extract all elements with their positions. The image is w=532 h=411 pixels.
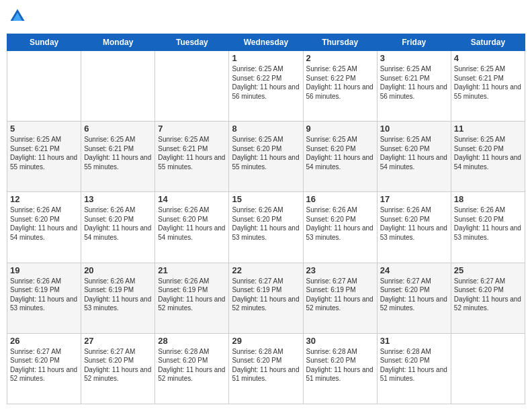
table-cell <box>155 51 229 122</box>
cell-info: Sunrise: 6:27 AM Sunset: 6:20 PM Dayligh… <box>84 347 152 383</box>
table-cell: 28Sunrise: 6:28 AM Sunset: 6:20 PM Dayli… <box>155 333 229 404</box>
table-cell: 18Sunrise: 6:26 AM Sunset: 6:20 PM Dayli… <box>451 192 525 263</box>
day-number: 21 <box>158 265 226 275</box>
table-cell: 14Sunrise: 6:26 AM Sunset: 6:20 PM Dayli… <box>155 192 229 263</box>
day-number: 24 <box>380 265 448 275</box>
day-number: 18 <box>454 194 522 204</box>
header <box>7 7 525 28</box>
col-sunday: Sunday <box>7 34 81 51</box>
day-number: 6 <box>84 124 152 134</box>
cell-info: Sunrise: 6:25 AM Sunset: 6:21 PM Dayligh… <box>10 135 78 171</box>
col-friday: Friday <box>377 34 451 51</box>
calendar-row: 5Sunrise: 6:25 AM Sunset: 6:21 PM Daylig… <box>7 122 525 192</box>
table-cell <box>7 51 81 122</box>
table-cell: 25Sunrise: 6:27 AM Sunset: 6:20 PM Dayli… <box>451 263 525 333</box>
cell-info: Sunrise: 6:27 AM Sunset: 6:20 PM Dayligh… <box>454 277 522 313</box>
day-number: 12 <box>10 194 78 204</box>
table-cell: 21Sunrise: 6:26 AM Sunset: 6:19 PM Dayli… <box>155 263 229 333</box>
table-cell: 23Sunrise: 6:27 AM Sunset: 6:19 PM Dayli… <box>303 263 377 333</box>
cell-info: Sunrise: 6:27 AM Sunset: 6:20 PM Dayligh… <box>380 277 448 313</box>
day-number: 16 <box>306 194 374 204</box>
cell-info: Sunrise: 6:27 AM Sunset: 6:20 PM Dayligh… <box>10 347 78 383</box>
table-cell: 10Sunrise: 6:25 AM Sunset: 6:20 PM Dayli… <box>377 122 451 192</box>
table-cell: 29Sunrise: 6:28 AM Sunset: 6:20 PM Dayli… <box>229 333 303 404</box>
table-cell: 1Sunrise: 6:25 AM Sunset: 6:22 PM Daylig… <box>229 51 303 122</box>
table-cell: 27Sunrise: 6:27 AM Sunset: 6:20 PM Dayli… <box>81 333 155 404</box>
table-cell: 20Sunrise: 6:26 AM Sunset: 6:19 PM Dayli… <box>81 263 155 333</box>
cell-info: Sunrise: 6:25 AM Sunset: 6:22 PM Dayligh… <box>306 64 374 101</box>
table-cell: 31Sunrise: 6:28 AM Sunset: 6:20 PM Dayli… <box>377 333 451 404</box>
day-number: 27 <box>84 336 152 346</box>
cell-info: Sunrise: 6:26 AM Sunset: 6:20 PM Dayligh… <box>380 205 448 242</box>
calendar-header-row: Sunday Monday Tuesday Wednesday Thursday… <box>7 34 525 51</box>
cell-info: Sunrise: 6:25 AM Sunset: 6:20 PM Dayligh… <box>380 135 448 171</box>
cell-info: Sunrise: 6:25 AM Sunset: 6:20 PM Dayligh… <box>232 135 300 171</box>
day-number: 20 <box>84 265 152 275</box>
day-number: 31 <box>380 336 448 346</box>
cell-info: Sunrise: 6:26 AM Sunset: 6:20 PM Dayligh… <box>158 205 226 242</box>
cell-info: Sunrise: 6:25 AM Sunset: 6:21 PM Dayligh… <box>380 64 448 101</box>
cell-info: Sunrise: 6:25 AM Sunset: 6:21 PM Dayligh… <box>158 135 226 171</box>
day-number: 7 <box>158 124 226 134</box>
cell-info: Sunrise: 6:26 AM Sunset: 6:20 PM Dayligh… <box>306 205 374 242</box>
cell-info: Sunrise: 6:26 AM Sunset: 6:19 PM Dayligh… <box>84 277 152 313</box>
table-cell: 26Sunrise: 6:27 AM Sunset: 6:20 PM Dayli… <box>7 333 81 404</box>
calendar-row: 12Sunrise: 6:26 AM Sunset: 6:20 PM Dayli… <box>7 192 525 263</box>
calendar-row: 26Sunrise: 6:27 AM Sunset: 6:20 PM Dayli… <box>7 333 525 404</box>
cell-info: Sunrise: 6:26 AM Sunset: 6:20 PM Dayligh… <box>10 205 78 242</box>
calendar-row: 1Sunrise: 6:25 AM Sunset: 6:22 PM Daylig… <box>7 51 525 122</box>
col-thursday: Thursday <box>303 34 377 51</box>
day-number: 9 <box>306 124 374 134</box>
day-number: 23 <box>306 265 374 275</box>
table-cell: 13Sunrise: 6:26 AM Sunset: 6:20 PM Dayli… <box>81 192 155 263</box>
day-number: 29 <box>232 336 300 346</box>
table-cell: 11Sunrise: 6:25 AM Sunset: 6:20 PM Dayli… <box>451 122 525 192</box>
day-number: 25 <box>454 265 522 275</box>
table-cell: 15Sunrise: 6:26 AM Sunset: 6:20 PM Dayli… <box>229 192 303 263</box>
cell-info: Sunrise: 6:25 AM Sunset: 6:21 PM Dayligh… <box>84 135 152 171</box>
day-number: 13 <box>84 194 152 204</box>
day-number: 26 <box>10 336 78 346</box>
day-number: 3 <box>380 53 448 63</box>
day-number: 4 <box>454 53 522 63</box>
cell-info: Sunrise: 6:28 AM Sunset: 6:20 PM Dayligh… <box>158 347 226 383</box>
day-number: 19 <box>10 265 78 275</box>
table-cell: 16Sunrise: 6:26 AM Sunset: 6:20 PM Dayli… <box>303 192 377 263</box>
table-cell <box>451 333 525 404</box>
table-cell: 4Sunrise: 6:25 AM Sunset: 6:21 PM Daylig… <box>451 51 525 122</box>
logo <box>7 7 27 28</box>
table-cell: 2Sunrise: 6:25 AM Sunset: 6:22 PM Daylig… <box>303 51 377 122</box>
cell-info: Sunrise: 6:28 AM Sunset: 6:20 PM Dayligh… <box>232 347 300 383</box>
table-cell: 7Sunrise: 6:25 AM Sunset: 6:21 PM Daylig… <box>155 122 229 192</box>
cell-info: Sunrise: 6:26 AM Sunset: 6:20 PM Dayligh… <box>84 205 152 242</box>
cell-info: Sunrise: 6:26 AM Sunset: 6:19 PM Dayligh… <box>10 277 78 313</box>
calendar-row: 19Sunrise: 6:26 AM Sunset: 6:19 PM Dayli… <box>7 263 525 333</box>
col-wednesday: Wednesday <box>229 34 303 51</box>
day-number: 30 <box>306 336 374 346</box>
day-number: 15 <box>232 194 300 204</box>
table-cell: 30Sunrise: 6:28 AM Sunset: 6:20 PM Dayli… <box>303 333 377 404</box>
day-number: 10 <box>380 124 448 134</box>
day-number: 11 <box>454 124 522 134</box>
table-cell: 17Sunrise: 6:26 AM Sunset: 6:20 PM Dayli… <box>377 192 451 263</box>
day-number: 2 <box>306 53 374 63</box>
day-number: 14 <box>158 194 226 204</box>
table-cell: 3Sunrise: 6:25 AM Sunset: 6:21 PM Daylig… <box>377 51 451 122</box>
col-tuesday: Tuesday <box>155 34 229 51</box>
table-cell: 24Sunrise: 6:27 AM Sunset: 6:20 PM Dayli… <box>377 263 451 333</box>
cell-info: Sunrise: 6:25 AM Sunset: 6:22 PM Dayligh… <box>232 64 300 101</box>
table-cell: 22Sunrise: 6:27 AM Sunset: 6:19 PM Dayli… <box>229 263 303 333</box>
day-number: 17 <box>380 194 448 204</box>
cell-info: Sunrise: 6:28 AM Sunset: 6:20 PM Dayligh… <box>306 347 374 383</box>
table-cell: 9Sunrise: 6:25 AM Sunset: 6:20 PM Daylig… <box>303 122 377 192</box>
cell-info: Sunrise: 6:27 AM Sunset: 6:19 PM Dayligh… <box>306 277 374 313</box>
col-saturday: Saturday <box>451 34 525 51</box>
cell-info: Sunrise: 6:26 AM Sunset: 6:20 PM Dayligh… <box>232 205 300 242</box>
day-number: 8 <box>232 124 300 134</box>
table-cell: 12Sunrise: 6:26 AM Sunset: 6:20 PM Dayli… <box>7 192 81 263</box>
table-cell: 5Sunrise: 6:25 AM Sunset: 6:21 PM Daylig… <box>7 122 81 192</box>
page: Sunday Monday Tuesday Wednesday Thursday… <box>0 0 532 411</box>
cell-info: Sunrise: 6:25 AM Sunset: 6:20 PM Dayligh… <box>306 135 374 171</box>
cell-info: Sunrise: 6:28 AM Sunset: 6:20 PM Dayligh… <box>380 347 448 383</box>
cell-info: Sunrise: 6:26 AM Sunset: 6:20 PM Dayligh… <box>454 205 522 242</box>
